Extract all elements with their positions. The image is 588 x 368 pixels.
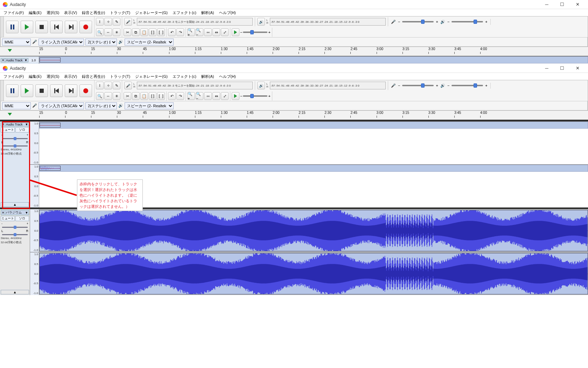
track-menu-dropdown[interactable]: ▼: [24, 59, 28, 62]
mic-icon[interactable]: 🎤: [124, 82, 132, 89]
draw-tool-icon[interactable]: ✎: [113, 82, 120, 89]
menu-view[interactable]: 表示(V): [62, 9, 79, 16]
audio-host-select[interactable]: MME: [2, 102, 31, 109]
play-speed-slider[interactable]: [243, 32, 267, 33]
mute-button[interactable]: ミュート: [1, 216, 15, 221]
timeline-ruler-1[interactable]: 1501530451:001:151:301:452:002:152:302:4…: [0, 47, 588, 56]
skip-end-button[interactable]: [65, 21, 77, 33]
maximize-button[interactable]: ☐: [554, 1, 570, 8]
selection-tool-icon[interactable]: I: [96, 18, 104, 26]
undo-button[interactable]: ↶: [168, 28, 176, 36]
play-at-speed-button[interactable]: [232, 92, 239, 100]
play-device-select[interactable]: スピーカー (2- Realtek Hig: [125, 39, 174, 46]
fit-selection-button[interactable]: ⇿: [204, 92, 212, 100]
play-device-select[interactable]: スピーカー (2- Realtek Hig: [125, 102, 174, 109]
trim-button[interactable]: ⟦⟧: [149, 28, 156, 36]
track-close-button[interactable]: ✕: [1, 59, 5, 62]
play-at-speed-button[interactable]: [232, 28, 239, 36]
toolbar-grip[interactable]: [0, 80, 4, 101]
play-volume-slider[interactable]: [451, 21, 483, 22]
record-volume-slider[interactable]: [402, 85, 434, 86]
track-name-label[interactable]: Audio Track: [5, 59, 24, 62]
speaker-icon[interactable]: 🔊: [257, 82, 265, 89]
pan-slider[interactable]: [2, 145, 28, 146]
skip-end-button[interactable]: [65, 84, 77, 97]
solo-button[interactable]: ソロ: [15, 216, 29, 221]
fit-selection-button[interactable]: ⇿: [204, 28, 212, 36]
play-button[interactable]: [21, 21, 33, 33]
close-window-button[interactable]: ✕: [570, 1, 585, 8]
fit-project-button[interactable]: ⇔: [212, 28, 220, 36]
waveform-channel-left[interactable]: [39, 122, 588, 129]
envelope-tool-icon[interactable]: ✧: [104, 82, 112, 89]
menu-effect[interactable]: エフェクト(c): [170, 9, 198, 16]
stop-button[interactable]: [35, 84, 48, 97]
paste-button[interactable]: 📋: [140, 28, 148, 36]
play-volume-slider[interactable]: [451, 85, 483, 86]
copy-button[interactable]: ⧉: [132, 28, 140, 36]
zoom-toggle-button[interactable]: ⤢: [221, 28, 229, 36]
menu-transport[interactable]: 録音と再生(r): [80, 9, 107, 16]
track-panel-1[interactable]: ✕ Audio Track ▼ ミュート ソロ -+ LR Stereo, 44…: [0, 122, 30, 207]
record-button[interactable]: [79, 21, 92, 33]
waveform-channel-left[interactable]: [39, 209, 588, 252]
cut-button[interactable]: ✂: [124, 28, 131, 36]
zoom-tool-icon[interactable]: 🔍: [96, 28, 104, 36]
timeline-ruler-2[interactable]: 1501530451:001:151:301:452:002:152:302:4…: [0, 111, 588, 120]
record-device-select[interactable]: ライン入力 (TASCAM US-122: [38, 39, 84, 46]
track-close-button[interactable]: ✕: [1, 123, 5, 126]
redo-button[interactable]: ↷: [176, 92, 184, 100]
toolbar-grip[interactable]: [0, 16, 4, 37]
maximize-button[interactable]: ☐: [554, 64, 570, 72]
waveform-channel-right[interactable]: [39, 252, 588, 295]
collapsed-waveform[interactable]: [39, 56, 588, 63]
play-meter-scale[interactable]: -57 -54 -51 -48 -45 -42 -39 -36 -33 -30 …: [270, 18, 386, 26]
zoom-in-button[interactable]: 🔍+: [187, 28, 195, 36]
stop-button[interactable]: [35, 21, 48, 33]
zoom-out-button[interactable]: 🔍−: [196, 28, 203, 36]
gain-slider[interactable]: [2, 227, 28, 228]
skip-start-button[interactable]: [50, 21, 63, 33]
envelope-tool-icon[interactable]: ✧: [104, 18, 112, 26]
trim-button[interactable]: ⟦⟧: [149, 92, 156, 100]
cut-button[interactable]: ✂: [124, 92, 131, 100]
timeshift-tool-icon[interactable]: ↔: [104, 28, 112, 36]
paste-button[interactable]: 📋: [140, 92, 148, 100]
zoom-in-button[interactable]: 🔍+: [187, 92, 195, 100]
waveform-channel-right[interactable]: [39, 165, 588, 172]
selection-tool-icon[interactable]: I: [96, 82, 104, 89]
multi-tool-icon[interactable]: ✳: [113, 28, 120, 36]
draw-tool-icon[interactable]: ✎: [113, 18, 120, 26]
play-head-icon[interactable]: [8, 49, 12, 52]
track-close-button[interactable]: ✕: [1, 211, 5, 214]
menubar-2[interactable]: ファイル(F) 編集(E) 選択(S) 表示(V) 録音と再生(r) トラック(…: [0, 73, 588, 80]
copy-button[interactable]: ⧉: [132, 92, 140, 100]
record-button[interactable]: [79, 84, 92, 97]
menu-analyze[interactable]: 解析(A): [199, 9, 216, 16]
silence-button[interactable]: ⟦ ⟧: [157, 28, 165, 36]
speaker-icon[interactable]: 🔊: [257, 18, 265, 26]
zoom-out-button[interactable]: 🔍−: [196, 92, 203, 100]
solo-button[interactable]: ソロ: [15, 127, 29, 132]
menu-tracks[interactable]: トラック(T): [108, 9, 132, 16]
zoom-tool-icon[interactable]: 🔍: [96, 92, 104, 100]
track-menu-dropdown[interactable]: ▼: [24, 211, 29, 214]
menu-help[interactable]: ヘルプ(H): [217, 9, 238, 16]
menubar-1[interactable]: ファイル(F) 編集(E) 選択(S) 表示(V) 録音と再生(r) トラック(…: [0, 9, 588, 16]
menu-file[interactable]: ファイル(F): [1, 9, 26, 16]
record-meter-scale[interactable]: -57 -54 -51 -48 -45 -42 -39 -3 モニターを開始 -…: [137, 18, 253, 26]
menu-select[interactable]: 選択(S): [44, 9, 62, 16]
menu-edit[interactable]: 編集(E): [27, 9, 44, 16]
fit-project-button[interactable]: ⇔: [212, 92, 220, 100]
play-button[interactable]: [21, 84, 33, 97]
skip-start-button[interactable]: [50, 84, 63, 97]
record-device-select[interactable]: ライン入力 (TASCAM US-122: [38, 102, 84, 109]
play-speed-slider[interactable]: [243, 95, 267, 97]
timeshift-tool-icon[interactable]: ↔: [104, 92, 112, 100]
track-collapse-button[interactable]: ▲: [1, 202, 29, 207]
record-volume-slider[interactable]: [402, 21, 434, 22]
mic-icon[interactable]: 🎤: [124, 18, 132, 26]
silence-button[interactable]: ⟦ ⟧: [157, 92, 165, 100]
redo-button[interactable]: ↷: [176, 28, 184, 36]
mute-button[interactable]: ミュート: [1, 127, 15, 132]
